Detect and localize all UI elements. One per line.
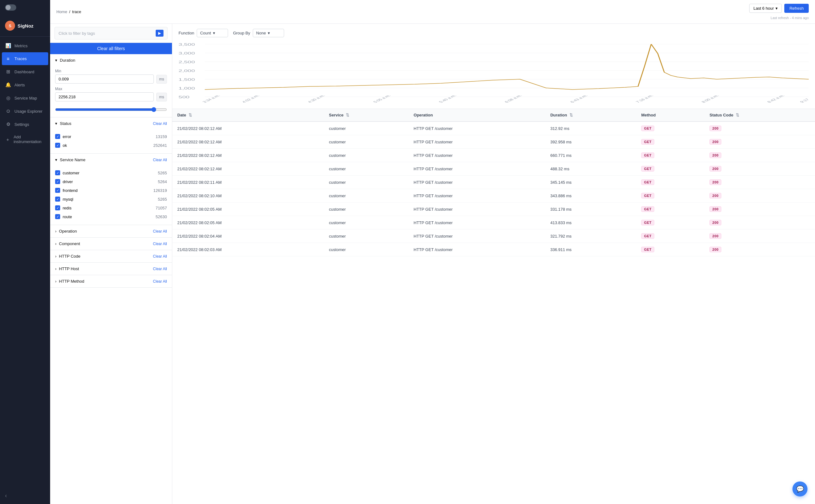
cell-status: 200 (704, 189, 815, 203)
col-status-code[interactable]: Status Code ⇅ (704, 109, 815, 121)
sidebar-item-label: Add instrumentation (13, 135, 45, 144)
table-row[interactable]: 21/02/2022 08:02:12 AM customer HTTP GET… (172, 121, 815, 135)
theme-toggle[interactable] (0, 0, 50, 15)
method-badge: GET (641, 126, 654, 131)
status-ok-count: 252641 (153, 143, 167, 148)
chat-button[interactable]: 💬 (792, 481, 807, 496)
sidebar: S SigNoz 📊 Metrics ≡ Traces ⊞ Dashboard … (0, 0, 50, 504)
tag-filter-arrow[interactable]: ▶ (156, 30, 163, 37)
service-name-clear-button[interactable]: Clear All (153, 158, 167, 162)
method-badge: GET (641, 193, 654, 198)
table-row[interactable]: 21/02/2022 08:02:12 AM customer HTTP GET… (172, 149, 815, 162)
http-code-clear-button[interactable]: Clear All (153, 254, 167, 259)
method-badge: GET (641, 220, 654, 225)
sidebar-item-service-map[interactable]: ◎ Service Map (0, 91, 50, 105)
status-error-checkbox[interactable] (55, 134, 60, 139)
toggle-switch[interactable] (5, 4, 16, 11)
method-badge: GET (641, 206, 654, 212)
col-method-label: Method (641, 113, 656, 117)
service-driver-checkbox[interactable] (55, 179, 60, 184)
status-ok-checkbox[interactable] (55, 143, 60, 148)
component-clear-button[interactable]: Clear All (153, 242, 167, 246)
duration-range-slider[interactable] (55, 107, 167, 112)
table-row[interactable]: 21/02/2022 08:02:11 AM customer HTTP GET… (172, 176, 815, 189)
cell-operation: HTTP GET /customer (409, 176, 545, 189)
sidebar-item-settings[interactable]: ⚙ Settings (0, 118, 50, 131)
duration-min-input[interactable] (55, 75, 154, 84)
service-customer-checkbox[interactable] (55, 170, 60, 175)
table-row[interactable]: 21/02/2022 08:02:05 AM customer HTTP GET… (172, 216, 815, 229)
http-host-clear-button[interactable]: Clear All (153, 267, 167, 271)
table-row[interactable]: 21/02/2022 08:02:10 AM customer HTTP GET… (172, 189, 815, 203)
col-method[interactable]: Method (636, 109, 704, 121)
sidebar-collapse-button[interactable]: ‹ (0, 487, 50, 504)
col-date-label: Date (177, 113, 186, 117)
status-filter-title: Status (60, 121, 71, 126)
http-code-filter-section: › HTTP Code Clear All (50, 250, 172, 263)
svg-text:2,500: 2,500 (178, 60, 195, 64)
time-range-selector[interactable]: Last 6 hour ▾ (749, 4, 782, 13)
service-redis-label: redis (63, 206, 71, 210)
sidebar-item-add-instrumentation[interactable]: + Add instrumentation (0, 131, 50, 148)
groupby-select[interactable]: None ▾ (253, 29, 284, 37)
sidebar-item-dashboard[interactable]: ⊞ Dashboard (0, 65, 50, 78)
duration-filter-header[interactable]: ▾ Duration (50, 54, 172, 66)
table-row[interactable]: 21/02/2022 08:02:04 AM customer HTTP GET… (172, 229, 815, 243)
http-code-filter-header[interactable]: › HTTP Code Clear All (50, 250, 172, 262)
service-map-icon: ◎ (5, 95, 11, 101)
content-area: Click to filter by tags ▶ Clear all filt… (50, 24, 815, 504)
function-select[interactable]: Count ▾ (197, 29, 228, 37)
chevron-down-icon: ▾ (213, 31, 215, 35)
service-mysql-checkbox[interactable] (55, 197, 60, 202)
component-filter-header[interactable]: › Component Clear All (50, 238, 172, 250)
cell-method: GET (636, 121, 704, 135)
service-frontend-checkbox[interactable] (55, 188, 60, 193)
cell-service: customer (324, 121, 409, 135)
table-row[interactable]: 21/02/2022 08:02:12 AM customer HTTP GET… (172, 135, 815, 149)
cell-service: customer (324, 243, 409, 256)
status-ok-label: ok (63, 143, 67, 148)
table-row[interactable]: 21/02/2022 08:02:05 AM customer HTTP GET… (172, 203, 815, 216)
col-date[interactable]: Date ⇅ (172, 109, 324, 121)
status-filter-header[interactable]: ▾ Status Clear All (50, 117, 172, 130)
operation-header-left: › Operation (55, 229, 77, 234)
refresh-button[interactable]: Refresh (784, 4, 809, 13)
service-redis-checkbox[interactable] (55, 205, 60, 210)
table-row[interactable]: 21/02/2022 08:02:12 AM customer HTTP GET… (172, 162, 815, 176)
component-filter-title: Component (59, 241, 80, 246)
sidebar-item-metrics[interactable]: 📊 Metrics (0, 39, 50, 52)
clear-all-filters-button[interactable]: Clear all filters (50, 43, 172, 54)
tag-filter-input[interactable]: Click to filter by tags ▶ (54, 27, 168, 39)
sidebar-item-alerts[interactable]: 🔔 Alerts (0, 78, 50, 91)
col-service-label: Service (329, 113, 343, 117)
cell-service: customer (324, 229, 409, 243)
service-route-checkbox[interactable] (55, 214, 60, 219)
service-name-filter-body: customer 5265 driver 5264 (50, 166, 172, 225)
svg-text:4:30 a.m.: 4:30 a.m. (306, 94, 326, 103)
sidebar-item-traces[interactable]: ≡ Traces (2, 52, 48, 65)
col-duration[interactable]: Duration ⇅ (545, 109, 636, 121)
operation-clear-button[interactable]: Clear All (153, 229, 167, 234)
svg-text:6:43 a.m.: 6:43 a.m. (569, 94, 589, 103)
operation-filter-header[interactable]: › Operation Clear All (50, 225, 172, 237)
status-error-left: error (55, 134, 71, 139)
http-method-clear-button[interactable]: Clear All (153, 279, 167, 284)
col-service[interactable]: Service ⇅ (324, 109, 409, 121)
service-name-filter-header[interactable]: ▾ Service Name Clear All (50, 154, 172, 166)
cell-service: customer (324, 176, 409, 189)
status-clear-button[interactable]: Clear All (153, 121, 167, 126)
svg-text:8:00 a.m.: 8:00 a.m. (700, 94, 720, 103)
sidebar-item-usage-explorer[interactable]: ⊙ Usage Explorer (0, 105, 50, 118)
chart-controls: Function Count ▾ Group By None ▾ (178, 29, 809, 37)
duration-max-input[interactable] (55, 92, 154, 101)
cell-date: 21/02/2022 08:02:03 AM (172, 243, 324, 256)
status-badge: 200 (709, 247, 721, 252)
breadcrumb-home[interactable]: Home (56, 9, 67, 14)
table-row[interactable]: 21/02/2022 08:02:03 AM customer HTTP GET… (172, 243, 815, 256)
http-host-filter-header[interactable]: › HTTP Host Clear All (50, 263, 172, 275)
cell-date: 21/02/2022 08:02:05 AM (172, 216, 324, 229)
cell-operation: HTTP GET /customer (409, 149, 545, 162)
http-method-filter-header[interactable]: › HTTP Method Clear All (50, 275, 172, 287)
filter-panel: Click to filter by tags ▶ Clear all filt… (50, 24, 172, 504)
col-operation[interactable]: Operation (409, 109, 545, 121)
